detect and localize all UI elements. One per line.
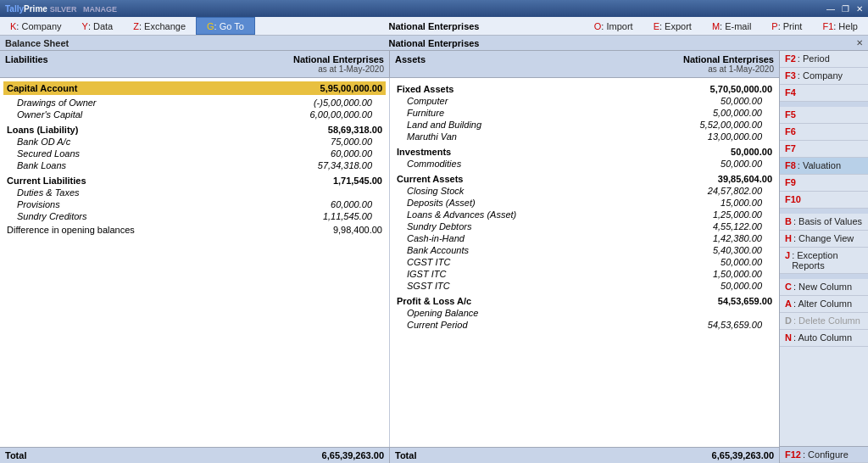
maruthi-van-label: Maruthi Van — [407, 131, 457, 142]
bank-loans-row[interactable]: Bank Loans 57,34,318.00 — [3, 159, 386, 171]
sidebar-b-basis-of-values[interactable]: B: Basis of Values — [780, 214, 868, 231]
computer-label: Computer — [407, 96, 448, 106]
window-controls[interactable]: — ❐ ✕ — [826, 4, 863, 14]
content-area: Liabilities National Enterprises as at 1… — [0, 51, 779, 463]
app-logo: TallyPrime SILVER MANAGE — [5, 4, 117, 14]
sidebar-h-change-view[interactable]: H: Change View — [780, 231, 868, 248]
sidebar-n-auto-column[interactable]: N: Auto Column — [780, 330, 868, 347]
sgst-itc-label: SGST ITC — [407, 281, 450, 291]
pl-account-header[interactable]: Profit & Loss A/c 54,53,659.00 — [393, 295, 776, 307]
current-assets-header[interactable]: Current Assets 39,85,604.00 — [393, 173, 776, 185]
secured-loans-row[interactable]: Secured Loans 60,000.00 — [3, 148, 386, 159]
deposits-asset-amount: 15,000.00 — [721, 198, 762, 208]
current-assets-total: 39,85,604.00 — [718, 174, 772, 184]
drawings-of-owner-row[interactable]: Drawings of Owner (-)5,00,000.00 — [3, 97, 386, 109]
current-liabilities-header[interactable]: Current Liabilities 1,71,545.00 — [3, 175, 386, 187]
bank-accounts-row[interactable]: Bank Accounts 5,40,300.00 — [393, 244, 776, 256]
cgst-itc-row[interactable]: CGST ITC 50,000.00 — [393, 256, 776, 268]
igst-itc-row[interactable]: IGST ITC 1,50,000.00 — [393, 268, 776, 280]
commodities-row[interactable]: Commodities 50,000.00 — [393, 158, 776, 170]
assets-header: Assets National Enterprises as at 1-May-… — [389, 51, 779, 77]
loans-liability-total: 58,69,318.00 — [328, 125, 382, 135]
computer-row[interactable]: Computer 50,000.00 — [393, 95, 776, 107]
sidebar-f9[interactable]: F9 — [780, 175, 868, 192]
sundry-creditors-row[interactable]: Sundry Creditors 1,11,545.00 — [3, 210, 386, 222]
menu-import[interactable]: O: Import — [584, 17, 643, 35]
sundry-debtors-row[interactable]: Sundry Debtors 4,55,122.00 — [393, 220, 776, 232]
close-button[interactable]: ✕ — [856, 4, 863, 14]
sidebar-f12-configure[interactable]: F12: Configure — [780, 446, 868, 463]
deposits-asset-label: Deposits (Asset) — [407, 198, 476, 208]
sidebar: F2: Period F3: Company F4 F5 F6 F7 F8: V… — [779, 51, 868, 463]
sub-header: Balance Sheet National Enterprises ✕ — [0, 36, 868, 51]
sidebar-f10[interactable]: F10 — [780, 192, 868, 209]
sidebar-f2-period[interactable]: F2: Period — [780, 51, 868, 68]
restore-button[interactable]: ❐ — [842, 4, 849, 14]
capital-account-amount: 5,95,00,000.00 — [320, 83, 382, 93]
sidebar-c-new-column[interactable]: C: New Column — [780, 279, 868, 296]
company-name-header: National Enterprises — [389, 21, 480, 31]
sidebar-d-delete-column: D: Delete Column — [780, 313, 868, 330]
sidebar-spacer — [780, 347, 868, 446]
sidebar-f4[interactable]: F4 — [780, 85, 868, 102]
menu-company[interactable]: K: Company — [0, 17, 72, 35]
menu-help[interactable]: F1: Help — [812, 17, 868, 35]
assets-total-amount: 6,65,39,263.00 — [712, 450, 774, 460]
secured-loans-amount: 60,000.00 — [331, 148, 372, 159]
provisions-row[interactable]: Provisions 60,000.00 — [3, 198, 386, 210]
deposits-asset-row[interactable]: Deposits (Asset) 15,000.00 — [393, 197, 776, 209]
investments-header[interactable]: Investments 50,000.00 — [393, 146, 776, 158]
menu-print[interactable]: P: Print — [761, 17, 812, 35]
land-building-row[interactable]: Land and Building 5,52,00,000.00 — [393, 119, 776, 131]
cash-in-hand-row[interactable]: Cash-in-Hand 1,42,380.00 — [393, 232, 776, 244]
current-period-label: Current Period — [407, 320, 468, 330]
computer-amount: 50,000.00 — [721, 96, 762, 106]
close-report-button[interactable]: ✕ — [856, 38, 863, 47]
land-building-label: Land and Building — [407, 120, 481, 130]
owners-capital-label: Owner's Capital — [17, 109, 82, 120]
fixed-assets-total: 5,70,50,000.00 — [710, 84, 772, 94]
sgst-itc-row[interactable]: SGST ITC 50,000.00 — [393, 280, 776, 292]
loans-liability-header[interactable]: Loans (Liability) 58,69,318.00 — [3, 124, 386, 136]
minimize-button[interactable]: — — [826, 4, 835, 14]
liabilities-total-label: Total — [5, 450, 26, 460]
loans-liability-label: Loans (Liability) — [7, 125, 78, 135]
menu-exchange[interactable]: Z: Exchange — [123, 17, 196, 35]
drawings-of-owner-label: Drawings of Owner — [17, 98, 97, 108]
provisions-amount: 60,000.00 — [331, 199, 372, 209]
pl-account-total: 54,53,659.00 — [718, 296, 772, 306]
pl-account-label: Profit & Loss A/c — [397, 296, 471, 306]
liabilities-total-amount: 6,65,39,263.00 — [322, 450, 384, 460]
opening-balance-row[interactable]: Opening Balance — [393, 307, 776, 319]
menu-data[interactable]: Y: Data — [72, 17, 124, 35]
cash-in-hand-amount: 1,42,380.00 — [713, 233, 762, 243]
furniture-row[interactable]: Furniture 5,00,000.00 — [393, 107, 776, 119]
liabilities-total-row: Total 6,65,39,263.00 — [0, 447, 389, 463]
bank-loans-amount: 57,34,318.00 — [318, 160, 372, 170]
sidebar-f7[interactable]: F7 — [780, 141, 868, 158]
current-liabilities-label: Current Liabilities — [7, 176, 86, 186]
loans-advances-row[interactable]: Loans & Advances (Asset) 1,25,000.00 — [393, 209, 776, 220]
menu-export[interactable]: E: Export — [643, 17, 702, 35]
sidebar-f5[interactable]: F5 — [780, 107, 868, 124]
secured-loans-label: Secured Loans — [17, 148, 80, 159]
current-liabilities-total: 1,71,545.00 — [333, 176, 382, 186]
menu-email[interactable]: M: E-mail — [702, 17, 761, 35]
sidebar-j-exception-reports[interactable]: J: Exception Reports — [780, 248, 868, 274]
sidebar-f8-valuation[interactable]: F8: Valuation — [780, 158, 868, 175]
assets-total-label: Total — [395, 450, 416, 460]
maruthi-van-row[interactable]: Maruthi Van 13,00,000.00 — [393, 131, 776, 142]
closing-stock-row[interactable]: Closing Stock 24,57,802.00 — [393, 185, 776, 197]
menu-goto[interactable]: G: Go To — [196, 17, 255, 35]
duties-taxes-row[interactable]: Duties & Taxes — [3, 187, 386, 198]
owners-capital-row[interactable]: Owner's Capital 6,00,00,000.00 — [3, 109, 386, 120]
fixed-assets-header[interactable]: Fixed Assets 5,70,50,000.00 — [393, 83, 776, 95]
sidebar-f3-company[interactable]: F3: Company — [780, 68, 868, 85]
sidebar-a-alter-column[interactable]: A: Alter Column — [780, 296, 868, 313]
bank-od-row[interactable]: Bank OD A/c 75,000.00 — [3, 136, 386, 148]
sidebar-f6[interactable]: F6 — [780, 124, 868, 141]
assets-title: Assets — [395, 54, 426, 74]
current-period-row[interactable]: Current Period 54,53,659.00 — [393, 319, 776, 331]
capital-account-header[interactable]: Capital Account 5,95,00,000.00 — [3, 81, 386, 95]
sundry-debtors-label: Sundry Debtors — [407, 221, 471, 232]
